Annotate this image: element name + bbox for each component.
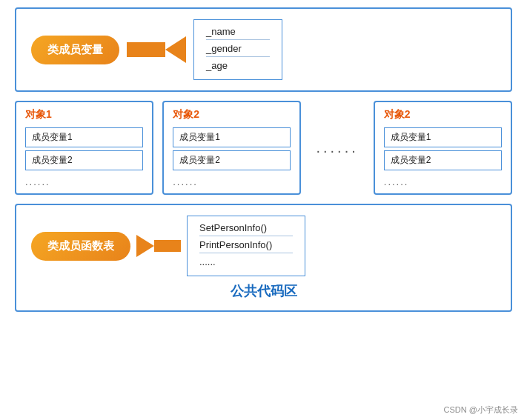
section-class-member-vars: 类成员变量 _name _gender _age (15, 7, 512, 92)
object-2-member-2: 成员变量2 (173, 150, 291, 170)
object-1-box: 对象1 成员变量1 成员变量2 ...... (15, 101, 153, 195)
object-1-title: 对象1 (25, 108, 143, 121)
object-3-member-1: 成员变量1 (384, 127, 502, 147)
arrow-left-icon (127, 36, 186, 63)
field-name: _name (206, 26, 270, 40)
fields-box: _name _gender _age (193, 19, 282, 80)
class-member-vars-label: 类成员变量 (31, 36, 119, 64)
field-gender: _gender (206, 43, 270, 57)
func-set-person-info: SetPersonInfo() (199, 222, 293, 236)
object-1-dots: ...... (25, 176, 143, 187)
object-3-title: 对象2 (384, 108, 502, 121)
middle-separator: ...... (310, 101, 364, 195)
object-3-dots: ...... (384, 176, 502, 187)
arrow-right-icon (136, 235, 181, 257)
object-3-member-2: 成员变量2 (384, 150, 502, 170)
object-3-box: 对象2 成员变量1 成员变量2 ...... (374, 101, 512, 195)
main-container: 类成员变量 _name _gender _age 对象1 成员变量1 成员变量2… (0, 0, 527, 420)
object-1-member-1: 成员变量1 (25, 127, 143, 147)
field-age: _age (206, 60, 270, 73)
section-class-member-funcs: 类成员函数表 SetPersonInfo() PrintPersonInfo()… (15, 204, 512, 312)
public-code-label: 公共代码区 (31, 282, 496, 300)
object-1-member-2: 成员变量2 (25, 150, 143, 170)
class-member-funcs-label: 类成员函数表 (31, 232, 130, 261)
func-print-person-info: PrintPersonInfo() (199, 239, 293, 253)
object-2-member-1: 成员变量1 (173, 127, 291, 147)
section-objects: 对象1 成员变量1 成员变量2 ...... 对象2 成员变量1 成员变量2 .… (15, 101, 512, 195)
func-dots: ...... (199, 256, 293, 270)
bottom-row: 类成员函数表 SetPersonInfo() PrintPersonInfo()… (31, 216, 496, 276)
functions-box: SetPersonInfo() PrintPersonInfo() ...... (187, 216, 305, 276)
object-2-box: 对象2 成员变量1 成员变量2 ...... (162, 101, 301, 195)
watermark: CSDN @小宇成长录 (444, 404, 518, 416)
object-2-title: 对象2 (173, 108, 291, 121)
object-2-dots: ...... (173, 176, 291, 187)
